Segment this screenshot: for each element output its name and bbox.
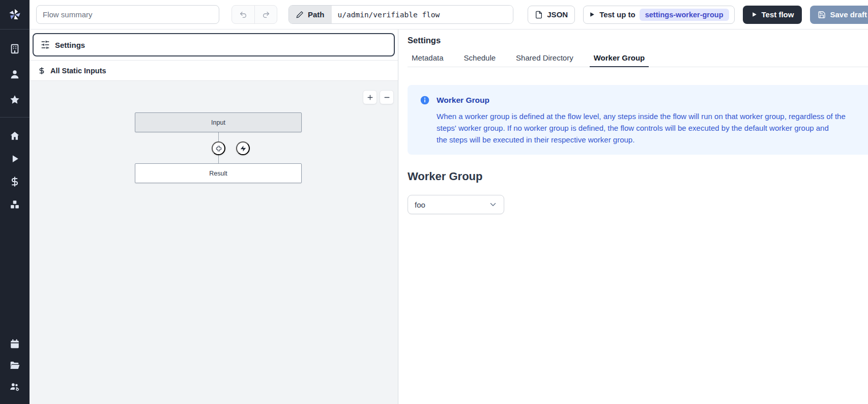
variables-dollar-icon[interactable] <box>9 176 21 188</box>
flow-settings-label: Settings <box>55 41 85 49</box>
info-line: When a worker group is defined at the fl… <box>437 110 868 122</box>
info-box-title: Worker Group <box>437 96 489 105</box>
all-static-inputs-label: All Static Inputs <box>50 67 106 75</box>
input-node[interactable]: Input <box>135 112 302 132</box>
info-line: the steps will be executed in their resp… <box>437 134 868 146</box>
flow-topbar: Path JSON Test up to settings-worker-gr <box>30 0 868 30</box>
folders-icon[interactable] <box>9 359 21 371</box>
dollar-icon <box>38 67 46 75</box>
worker-group-select[interactable]: foo <box>408 195 504 214</box>
input-node-label: Input <box>211 119 225 126</box>
settings-panel-title: Settings <box>408 36 868 45</box>
undo-icon <box>239 11 247 19</box>
info-box-header: Worker Group <box>420 95 868 105</box>
trigger-zap-button[interactable] <box>236 141 250 155</box>
info-box-body: When a worker group is defined at the fl… <box>437 110 868 146</box>
chevron-down-icon <box>488 200 498 209</box>
flow-settings-button[interactable]: Settings <box>33 33 395 56</box>
redo-button[interactable] <box>254 6 277 23</box>
json-button[interactable]: JSON <box>528 6 575 24</box>
app-sidebar <box>0 0 30 404</box>
runs-play-icon[interactable] <box>9 153 21 165</box>
windmill-logo[interactable] <box>0 0 30 30</box>
groups-users-gear-icon[interactable] <box>9 381 21 393</box>
test-up-to-label: Test up to <box>599 10 635 19</box>
canvas-zoom-controls <box>363 90 394 104</box>
minus-icon <box>384 94 390 101</box>
main-area: Path JSON Test up to settings-worker-gr <box>30 0 868 404</box>
zoom-in-button[interactable] <box>363 90 377 104</box>
topbar-actions: JSON Test up to settings-worker-group Te… <box>528 6 868 24</box>
save-draft-button[interactable]: Save draft <box>810 6 868 24</box>
flow-panel: Settings All Static Inputs <box>30 30 398 404</box>
favorites-star-icon[interactable] <box>9 94 21 106</box>
result-node-label: Result <box>209 170 227 177</box>
schedules-calendar-icon[interactable] <box>9 338 21 350</box>
sidebar-nav-group <box>9 118 21 211</box>
flow-graph-canvas[interactable]: Input Result <box>30 81 398 404</box>
flow-editor-app: Path JSON Test up to settings-worker-gr <box>0 0 868 404</box>
tab-metadata[interactable]: Metadata <box>408 50 448 67</box>
tab-shared-directory[interactable]: Shared Directory <box>512 50 577 67</box>
tab-schedule[interactable]: Schedule <box>460 50 500 67</box>
all-static-inputs-button[interactable]: All Static Inputs <box>30 61 398 81</box>
redo-icon <box>262 11 270 19</box>
resources-boxes-icon[interactable] <box>9 198 21 211</box>
file-json-icon <box>535 11 543 19</box>
cross-plus-icon <box>215 145 222 152</box>
info-icon <box>420 95 430 105</box>
workspace-icon[interactable] <box>9 43 21 55</box>
settings-tabs: Metadata Schedule Shared Directory Worke… <box>408 50 868 67</box>
worker-group-section-title: Worker Group <box>408 170 868 183</box>
home-icon[interactable] <box>9 130 21 142</box>
save-icon <box>818 11 826 19</box>
tab-worker-group[interactable]: Worker Group <box>590 50 649 67</box>
play-icon <box>751 11 758 18</box>
test-up-to-button[interactable]: Test up to settings-worker-group <box>583 6 734 24</box>
sidebar-bottom-group <box>9 338 21 404</box>
save-draft-label: Save draft <box>830 10 867 19</box>
test-flow-button[interactable]: Test flow <box>743 6 802 24</box>
worker-group-select-value: foo <box>415 200 425 209</box>
path-label: Path <box>308 10 325 19</box>
flow-summary-input[interactable] <box>36 5 219 24</box>
content-row: Settings All Static Inputs <box>30 30 868 404</box>
json-button-label: JSON <box>547 10 568 19</box>
zoom-out-button[interactable] <box>380 90 394 104</box>
test-up-to-target-badge: settings-worker-group <box>640 9 729 21</box>
user-icon[interactable] <box>9 68 21 80</box>
plus-icon <box>367 94 373 101</box>
undo-redo-group <box>232 5 277 24</box>
settings-panel: Settings Metadata Schedule Shared Direct… <box>398 30 868 404</box>
pencil-icon <box>296 11 304 18</box>
play-icon <box>589 11 595 18</box>
path-group: Path <box>288 5 513 24</box>
result-node[interactable]: Result <box>135 163 302 183</box>
test-flow-label: Test flow <box>762 10 794 19</box>
path-value-input[interactable] <box>332 6 513 23</box>
edit-path-button[interactable]: Path <box>289 6 332 23</box>
zap-icon <box>240 145 247 152</box>
undo-button[interactable] <box>232 6 254 23</box>
add-step-button[interactable] <box>212 141 225 155</box>
worker-group-info-box: Worker Group When a worker group is defi… <box>408 85 868 155</box>
settings-row: Settings <box>30 30 398 61</box>
info-line: steps' worker group. If no worker group … <box>437 122 868 134</box>
sliders-icon <box>41 40 50 49</box>
sidebar-workspace-group <box>9 30 21 106</box>
windmill-logo-icon <box>7 7 22 22</box>
